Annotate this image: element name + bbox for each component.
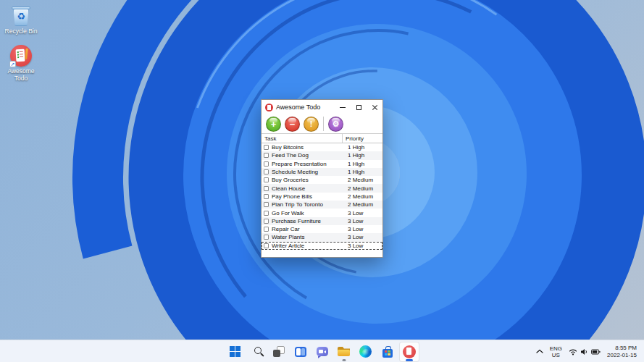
store-button[interactable]	[377, 342, 398, 362]
edge-icon	[359, 345, 372, 358]
search-button[interactable]	[247, 342, 267, 362]
clock[interactable]: 8:55 PM 2022-01-15	[607, 345, 637, 358]
task-row[interactable]: Repair Car3 Low	[262, 225, 382, 233]
recycle-symbol-icon: ♻	[12, 10, 30, 23]
task-row[interactable]: Prepare Presentation1 High	[262, 160, 382, 168]
task-row[interactable]: Schedule Meeting1 High	[262, 168, 382, 176]
task-row-focused[interactable]: Writer Article3 Low	[262, 242, 382, 250]
task-view-icon	[273, 346, 285, 357]
task-checkbox[interactable]	[264, 145, 269, 150]
task-row[interactable]: Pay Phone Bills2 Medium	[262, 193, 382, 201]
chat-button[interactable]	[312, 342, 333, 362]
task-checkbox[interactable]	[264, 202, 269, 207]
desktop-icon-awesome-todo[interactable]: ↗ Awesome Todo	[1, 45, 41, 82]
battery-icon	[591, 349, 601, 355]
gear-icon: ⚙	[333, 120, 340, 128]
task-row[interactable]: Plan Trip To Toronto2 Medium	[262, 201, 382, 209]
task-view-button[interactable]	[269, 342, 289, 362]
settings-button[interactable]: ⚙	[328, 117, 343, 132]
hidden-icons-chevron[interactable]	[536, 349, 543, 354]
taskbar: ENG US 8:55 PM 2022-01-15	[0, 340, 644, 362]
active-app-indicator	[406, 359, 413, 361]
minimize-icon	[340, 107, 346, 108]
task-checkbox[interactable]	[264, 219, 269, 224]
window-titlebar[interactable]: Awesome Todo	[262, 100, 382, 114]
priority-button[interactable]: !	[304, 117, 319, 132]
tray-date: 2022-01-15	[607, 352, 637, 359]
desktop-icon-recycle-bin[interactable]: ♻ Recycle Bin	[1, 4, 41, 35]
task-checkbox[interactable]	[264, 169, 269, 174]
task-row[interactable]: Purchase Furniture3 Low	[262, 217, 382, 225]
taskbar-center	[225, 340, 419, 362]
desktop-icon-label: Recycle Bin	[5, 28, 38, 35]
task-checkbox[interactable]	[264, 235, 269, 240]
task-row[interactable]: Water Plants3 Low	[262, 233, 382, 241]
minus-icon: −	[290, 119, 296, 129]
running-indicator	[342, 359, 346, 361]
toolbar-separator	[323, 117, 324, 131]
recycle-bin-icon: ♻	[12, 4, 30, 27]
task-row[interactable]: Feed The Dog1 High	[262, 151, 382, 159]
desktop: ♻ Recycle Bin ↗ Awesome Todo Awesome Tod…	[0, 0, 644, 362]
awesome-todo-icon	[403, 345, 416, 358]
file-explorer-button[interactable]	[334, 342, 354, 362]
awesome-todo-taskbar-button[interactable]	[399, 342, 419, 362]
add-task-button[interactable]: +	[266, 117, 281, 132]
task-checkbox[interactable]	[264, 243, 269, 248]
wifi-icon	[569, 348, 577, 355]
windows-logo-icon	[230, 346, 241, 357]
edge-button[interactable]	[356, 342, 376, 362]
store-icon	[382, 349, 393, 358]
exclamation-icon: !	[310, 120, 313, 128]
task-list: Buy Bitcoins1 High Feed The Dog1 High Pr…	[262, 143, 382, 257]
system-tray: ENG US 8:55 PM 2022-01-15	[536, 340, 644, 362]
column-header-priority[interactable]: Priority	[342, 134, 382, 143]
remove-task-button[interactable]: −	[285, 117, 300, 132]
app-icon	[265, 104, 273, 111]
task-checkbox[interactable]	[264, 227, 269, 232]
task-checkbox[interactable]	[264, 186, 269, 191]
task-row[interactable]: Buy Bitcoins1 High	[262, 143, 382, 151]
speaker-icon	[580, 348, 588, 355]
plus-icon: +	[271, 119, 277, 129]
desktop-icon-label: Awesome Todo	[1, 68, 41, 82]
column-header-task[interactable]: Task	[262, 135, 342, 142]
start-button[interactable]	[225, 342, 246, 362]
maximize-button[interactable]	[351, 100, 367, 114]
window-title: Awesome Todo	[276, 104, 335, 111]
maximize-icon	[356, 105, 361, 110]
window-toolbar: + − ! ⚙	[262, 114, 382, 134]
task-row[interactable]: Clean House2 Medium	[262, 184, 382, 192]
task-checkbox[interactable]	[264, 161, 269, 167]
task-row[interactable]: Go For Walk3 Low	[262, 209, 382, 216]
task-checkbox[interactable]	[264, 177, 269, 182]
close-icon	[372, 104, 378, 111]
widgets-button[interactable]	[290, 342, 311, 362]
search-icon	[254, 347, 262, 354]
language-indicator[interactable]: ENG US	[550, 345, 562, 358]
close-button[interactable]	[367, 100, 382, 114]
table-header: Task Priority	[262, 134, 382, 143]
task-checkbox[interactable]	[264, 153, 269, 158]
file-explorer-icon	[338, 347, 350, 356]
tray-status-cluster[interactable]	[569, 348, 601, 355]
widgets-icon	[295, 347, 306, 357]
task-checkbox[interactable]	[264, 194, 269, 199]
tray-time: 8:55 PM	[607, 345, 637, 352]
task-row[interactable]: Buy Groceries2 Medium	[262, 176, 382, 184]
task-checkbox[interactable]	[264, 211, 269, 216]
awesome-todo-window: Awesome Todo + − ! ⚙ Task Priority Buy B…	[261, 99, 383, 258]
awesome-todo-icon: ↗	[10, 45, 32, 67]
chat-icon	[317, 347, 328, 356]
minimize-button[interactable]	[335, 100, 351, 114]
shortcut-arrow-icon: ↗	[9, 61, 16, 67]
